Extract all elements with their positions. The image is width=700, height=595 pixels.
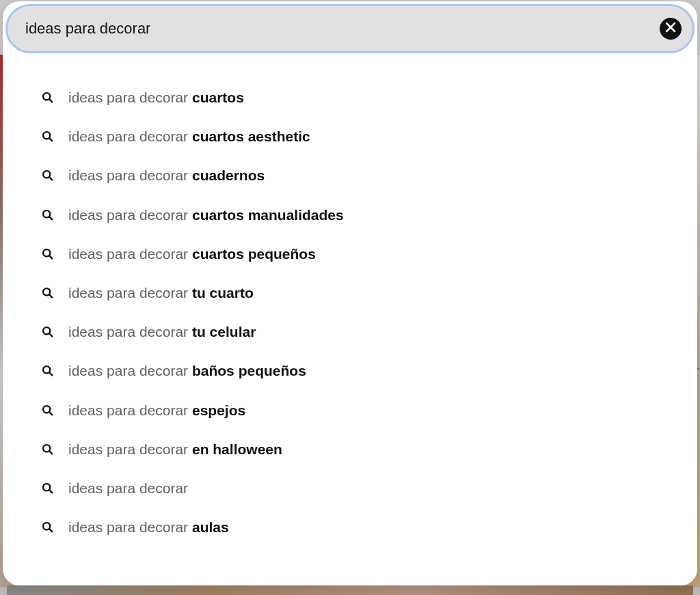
suggestion-item[interactable]: ideas para decorar cuartos aesthetic xyxy=(41,117,659,156)
search-icon xyxy=(41,130,53,143)
search-icon xyxy=(41,326,53,338)
suggestion-item[interactable]: ideas para decorar cuartos xyxy=(41,78,659,117)
search-icon xyxy=(41,443,53,455)
search-icon xyxy=(41,404,53,416)
svg-line-23 xyxy=(49,529,52,531)
search-icon xyxy=(41,482,53,494)
svg-line-21 xyxy=(49,490,52,493)
search-icon xyxy=(41,287,53,299)
svg-line-19 xyxy=(49,451,52,454)
svg-line-5 xyxy=(49,178,52,180)
svg-line-17 xyxy=(49,412,52,415)
suggestion-item[interactable]: ideas para decorar tu celular xyxy=(41,312,659,351)
close-icon xyxy=(665,22,676,36)
suggestion-item[interactable]: ideas para decorar en halloween xyxy=(41,430,659,469)
search-icon xyxy=(41,247,53,260)
suggestion-text: ideas para decorar cuartos aesthetic xyxy=(68,128,310,145)
svg-line-11 xyxy=(49,294,52,297)
search-bar xyxy=(5,4,695,53)
suggestion-item[interactable]: ideas para decorar baños pequeños xyxy=(41,351,659,390)
search-icon xyxy=(41,92,53,104)
suggestion-text: ideas para decorar aulas xyxy=(68,518,229,536)
suggestion-text: ideas para decorar cuartos xyxy=(68,89,244,106)
suggestion-text: ideas para decorar espejos xyxy=(68,402,245,419)
suggestion-item[interactable]: ideas para decorar cuadernos xyxy=(41,156,659,195)
suggestion-item[interactable]: ideas para decorar cuartos manualidades xyxy=(41,195,659,234)
svg-line-1 xyxy=(49,99,52,102)
svg-line-13 xyxy=(49,333,52,336)
svg-line-3 xyxy=(49,139,52,141)
suggestion-item[interactable]: ideas para decorar xyxy=(41,469,659,508)
suggestion-text: ideas para decorar baños pequeños xyxy=(68,362,306,379)
search-icon xyxy=(41,169,53,182)
svg-line-9 xyxy=(49,255,52,258)
suggestion-text: ideas para decorar cuartos manualidades xyxy=(68,206,344,223)
background-bottom-strip xyxy=(7,585,693,595)
suggestion-text: ideas para decorar tu celular xyxy=(68,323,256,340)
search-suggestions-list: ideas para decorar cuartosideas para dec… xyxy=(3,53,697,560)
suggestion-text: ideas para decorar tu cuarto xyxy=(68,284,254,301)
search-icon xyxy=(41,521,53,534)
search-overlay-panel: ideas para decorar cuartosideas para dec… xyxy=(3,1,697,585)
suggestion-text: ideas para decorar cuartos pequeños xyxy=(68,245,316,262)
suggestion-text: ideas para decorar cuadernos xyxy=(68,167,265,184)
suggestion-item[interactable]: ideas para decorar tu cuarto xyxy=(41,273,659,312)
suggestion-item[interactable]: ideas para decorar espejos xyxy=(41,391,659,430)
suggestion-item[interactable]: ideas para decorar cuartos pequeños xyxy=(41,234,659,273)
svg-line-15 xyxy=(49,373,52,376)
suggestion-item[interactable]: ideas para decorar aulas xyxy=(41,508,659,546)
svg-line-7 xyxy=(49,217,52,219)
search-icon xyxy=(41,208,53,221)
search-input[interactable] xyxy=(25,20,651,38)
search-icon xyxy=(41,365,53,377)
clear-search-button[interactable] xyxy=(660,18,682,40)
suggestion-text: ideas para decorar en halloween xyxy=(68,441,282,458)
suggestion-text: ideas para decorar xyxy=(68,480,188,497)
